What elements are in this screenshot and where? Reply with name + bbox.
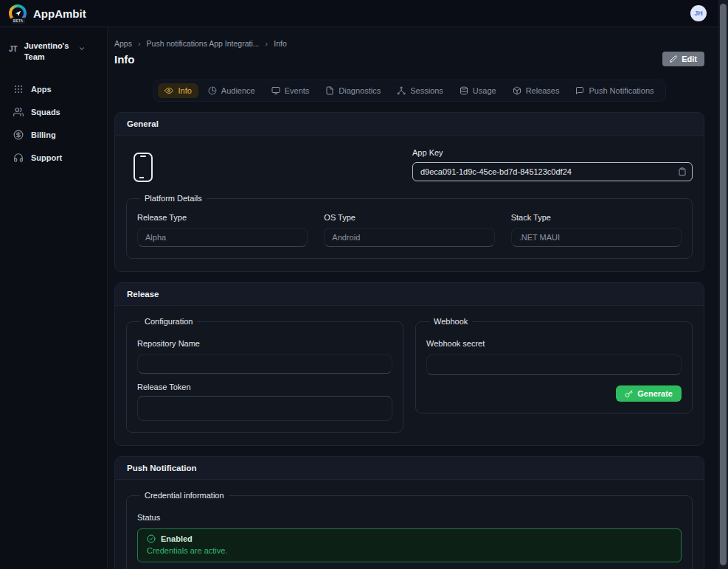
- key-icon: [625, 390, 633, 398]
- status-enabled-alert: Enabled Credentials are active.: [137, 528, 682, 562]
- tab-label: Usage: [473, 86, 496, 95]
- app-key-input[interactable]: [412, 162, 693, 181]
- platform-details-legend: Platform Details: [140, 194, 207, 203]
- tab-label: Releases: [526, 86, 560, 95]
- app-root: BETA AppAmbit JH JT Juventino's Team App…: [0, 0, 728, 569]
- generate-button-label: Generate: [637, 389, 673, 398]
- headset-icon: [13, 153, 24, 163]
- configuration-fieldset: Configuration Repository Name Release To…: [126, 317, 403, 433]
- general-card-title: General: [115, 113, 704, 136]
- page-title: Info: [114, 53, 135, 66]
- release-type-input[interactable]: [137, 228, 308, 247]
- tab-usage[interactable]: Usage: [453, 83, 503, 98]
- webhook-legend: Webhook: [429, 317, 472, 326]
- beta-badge: BETA: [11, 18, 26, 24]
- main-content: Apps › Push notifications App Integrati.…: [108, 27, 718, 569]
- breadcrumb-app[interactable]: Push notifications App Integrati...: [147, 39, 260, 48]
- breadcrumb: Apps › Push notifications App Integrati.…: [114, 39, 704, 48]
- credential-information-fieldset: Credential information Status Enabled Cr…: [126, 491, 693, 569]
- monitor-icon: [271, 86, 280, 95]
- tab-label: Events: [285, 86, 310, 95]
- tab-sessions[interactable]: Sessions: [390, 83, 450, 98]
- user-avatar[interactable]: JH: [690, 5, 707, 21]
- pie-chart-icon: [208, 86, 217, 95]
- release-card-title: Release: [115, 283, 704, 306]
- tab-audience[interactable]: Audience: [201, 83, 262, 98]
- sidebar-item-label: Apps: [31, 85, 52, 94]
- sidebar-item-label: Support: [31, 153, 62, 162]
- tab-info[interactable]: Info: [158, 83, 198, 98]
- repository-name-input[interactable]: [137, 355, 392, 374]
- stack-type-input[interactable]: [511, 228, 682, 247]
- clipboard-copy-icon[interactable]: [678, 167, 687, 176]
- tab-label: Info: [178, 86, 191, 95]
- release-token-label: Release Token: [137, 383, 392, 391]
- breadcrumb-apps[interactable]: Apps: [114, 39, 132, 48]
- release-type-label: Release Type: [137, 213, 308, 222]
- chevron-right-icon: ›: [266, 39, 268, 48]
- webhook-secret-input[interactable]: [426, 355, 682, 375]
- push-notification-card-title: Push Notification: [115, 457, 704, 480]
- smartphone-icon: [134, 153, 153, 182]
- brand-name: AppAmbit: [33, 7, 86, 20]
- status-value: Enabled: [161, 534, 193, 543]
- webhook-fieldset: Webhook Webhook secret Generate: [415, 317, 693, 413]
- tab-events[interactable]: Events: [265, 83, 316, 98]
- credential-information-legend: Credential information: [140, 491, 229, 500]
- tab-label: Audience: [221, 86, 255, 95]
- sidebar-item-apps[interactable]: Apps: [9, 80, 98, 98]
- stack-type-field: Stack Type: [511, 213, 682, 247]
- page-scrollbar[interactable]: [718, 0, 728, 569]
- sidebar-nav: Apps Squads Billing Support: [9, 80, 98, 167]
- check-circle-icon: [147, 534, 156, 543]
- edit-button-label: Edit: [682, 55, 697, 63]
- release-token-input[interactable]: [137, 396, 392, 421]
- sidebar-item-billing[interactable]: Billing: [9, 126, 98, 144]
- tab-push-notifications[interactable]: Push Notifications: [569, 83, 660, 98]
- pencil-icon: [670, 55, 677, 63]
- release-type-field: Release Type: [137, 213, 308, 247]
- tab-label: Push Notifications: [589, 86, 654, 95]
- push-notification-card: Push Notification Credential information…: [114, 456, 704, 569]
- sidebar: JT Juventino's Team Apps Squads: [0, 27, 108, 569]
- message-square-icon: [575, 86, 584, 95]
- database-icon: [460, 86, 468, 95]
- scrollbar-thumb[interactable]: [720, 4, 727, 565]
- generate-button[interactable]: Generate: [616, 385, 682, 402]
- release-card: Release Configuration Repository Name Re…: [114, 282, 704, 446]
- tab-diagnostics[interactable]: Diagnostics: [319, 83, 387, 98]
- app-key-label: App Key: [412, 148, 693, 157]
- chevron-right-icon: ›: [138, 39, 141, 48]
- sidebar-item-label: Squads: [31, 108, 60, 116]
- sidebar-item-label: Billing: [31, 130, 56, 139]
- team-initials: JT: [9, 45, 18, 53]
- grid-icon: [13, 84, 24, 94]
- eye-icon: [164, 86, 173, 95]
- file-icon: [325, 86, 334, 95]
- os-type-label: OS Type: [324, 213, 494, 222]
- webhook-secret-label: Webhook secret: [426, 339, 682, 348]
- platform-details-fieldset: Platform Details Release Type OS Type: [126, 194, 693, 259]
- repository-name-label: Repository Name: [137, 339, 392, 348]
- appambit-logo-icon: BETA: [9, 4, 27, 22]
- general-card: General App Key: [114, 112, 704, 272]
- package-icon: [513, 86, 521, 95]
- os-type-field: OS Type: [324, 213, 494, 247]
- status-message: Credentials are active.: [147, 546, 672, 555]
- chevron-down-icon: [78, 45, 86, 52]
- team-name: Juventino's Team: [24, 41, 72, 63]
- dollar-circle-icon: [13, 130, 24, 140]
- status-label: Status: [137, 513, 682, 522]
- team-selector[interactable]: JT Juventino's Team: [9, 41, 98, 63]
- breadcrumb-info[interactable]: Info: [274, 39, 287, 48]
- tab-bar: Info Audience Events: [153, 80, 665, 102]
- sidebar-item-squads[interactable]: Squads: [9, 103, 98, 121]
- tab-releases[interactable]: Releases: [506, 83, 566, 98]
- tab-label: Sessions: [410, 86, 443, 95]
- brand[interactable]: BETA AppAmbit: [9, 4, 86, 22]
- tab-label: Diagnostics: [339, 86, 381, 95]
- edit-button[interactable]: Edit: [662, 52, 704, 66]
- os-type-input[interactable]: [324, 228, 494, 247]
- stack-type-label: Stack Type: [511, 213, 682, 222]
- sidebar-item-support[interactable]: Support: [9, 149, 98, 167]
